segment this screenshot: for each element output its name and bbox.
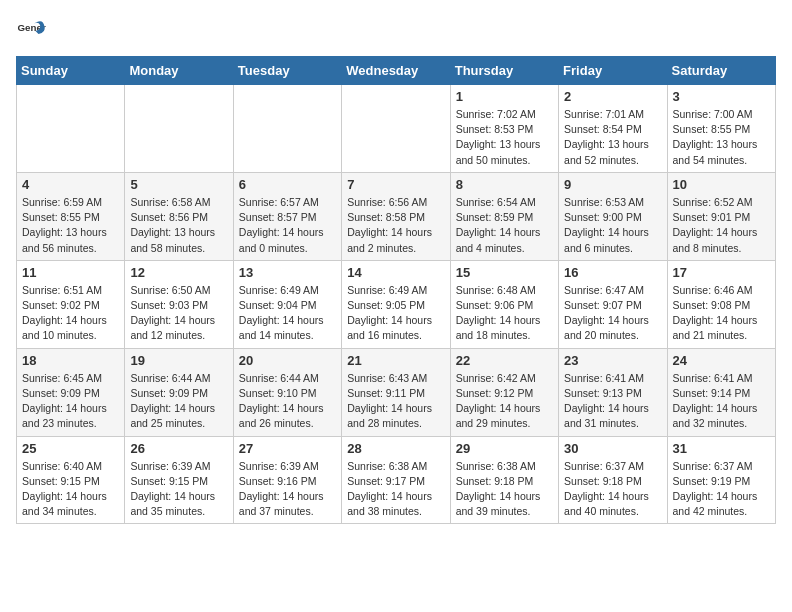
logo: General	[16, 16, 50, 46]
day-number: 25	[22, 441, 119, 456]
day-info: Sunrise: 6:44 AMSunset: 9:09 PMDaylight:…	[130, 371, 227, 432]
day-info: Sunrise: 6:49 AMSunset: 9:05 PMDaylight:…	[347, 283, 444, 344]
calendar-cell: 31Sunrise: 6:37 AMSunset: 9:19 PMDayligh…	[667, 436, 775, 524]
calendar-cell: 27Sunrise: 6:39 AMSunset: 9:16 PMDayligh…	[233, 436, 341, 524]
week-row-4: 18Sunrise: 6:45 AMSunset: 9:09 PMDayligh…	[17, 348, 776, 436]
day-number: 7	[347, 177, 444, 192]
day-of-week-tuesday: Tuesday	[233, 57, 341, 85]
day-info: Sunrise: 6:38 AMSunset: 9:17 PMDaylight:…	[347, 459, 444, 520]
day-info: Sunrise: 6:48 AMSunset: 9:06 PMDaylight:…	[456, 283, 553, 344]
day-info: Sunrise: 6:43 AMSunset: 9:11 PMDaylight:…	[347, 371, 444, 432]
day-number: 28	[347, 441, 444, 456]
day-info: Sunrise: 7:00 AMSunset: 8:55 PMDaylight:…	[673, 107, 770, 168]
calendar-cell: 14Sunrise: 6:49 AMSunset: 9:05 PMDayligh…	[342, 260, 450, 348]
day-of-week-wednesday: Wednesday	[342, 57, 450, 85]
day-number: 30	[564, 441, 661, 456]
day-number: 16	[564, 265, 661, 280]
day-info: Sunrise: 6:37 AMSunset: 9:19 PMDaylight:…	[673, 459, 770, 520]
calendar-cell	[342, 85, 450, 173]
calendar-cell: 23Sunrise: 6:41 AMSunset: 9:13 PMDayligh…	[559, 348, 667, 436]
day-info: Sunrise: 6:51 AMSunset: 9:02 PMDaylight:…	[22, 283, 119, 344]
calendar-cell	[17, 85, 125, 173]
calendar-cell: 12Sunrise: 6:50 AMSunset: 9:03 PMDayligh…	[125, 260, 233, 348]
day-number: 29	[456, 441, 553, 456]
calendar-cell	[233, 85, 341, 173]
calendar-cell	[125, 85, 233, 173]
day-info: Sunrise: 6:45 AMSunset: 9:09 PMDaylight:…	[22, 371, 119, 432]
calendar-cell: 18Sunrise: 6:45 AMSunset: 9:09 PMDayligh…	[17, 348, 125, 436]
day-of-week-thursday: Thursday	[450, 57, 558, 85]
calendar-cell: 22Sunrise: 6:42 AMSunset: 9:12 PMDayligh…	[450, 348, 558, 436]
day-info: Sunrise: 6:47 AMSunset: 9:07 PMDaylight:…	[564, 283, 661, 344]
calendar-cell: 29Sunrise: 6:38 AMSunset: 9:18 PMDayligh…	[450, 436, 558, 524]
calendar-cell: 10Sunrise: 6:52 AMSunset: 9:01 PMDayligh…	[667, 172, 775, 260]
day-info: Sunrise: 6:46 AMSunset: 9:08 PMDaylight:…	[673, 283, 770, 344]
calendar-cell: 21Sunrise: 6:43 AMSunset: 9:11 PMDayligh…	[342, 348, 450, 436]
day-info: Sunrise: 6:39 AMSunset: 9:16 PMDaylight:…	[239, 459, 336, 520]
day-number: 26	[130, 441, 227, 456]
day-number: 23	[564, 353, 661, 368]
day-info: Sunrise: 6:59 AMSunset: 8:55 PMDaylight:…	[22, 195, 119, 256]
calendar-cell: 17Sunrise: 6:46 AMSunset: 9:08 PMDayligh…	[667, 260, 775, 348]
day-info: Sunrise: 7:01 AMSunset: 8:54 PMDaylight:…	[564, 107, 661, 168]
day-number: 8	[456, 177, 553, 192]
day-number: 3	[673, 89, 770, 104]
calendar-cell: 20Sunrise: 6:44 AMSunset: 9:10 PMDayligh…	[233, 348, 341, 436]
calendar-cell: 8Sunrise: 6:54 AMSunset: 8:59 PMDaylight…	[450, 172, 558, 260]
calendar-cell: 4Sunrise: 6:59 AMSunset: 8:55 PMDaylight…	[17, 172, 125, 260]
day-number: 12	[130, 265, 227, 280]
day-number: 22	[456, 353, 553, 368]
day-info: Sunrise: 6:41 AMSunset: 9:13 PMDaylight:…	[564, 371, 661, 432]
day-info: Sunrise: 6:49 AMSunset: 9:04 PMDaylight:…	[239, 283, 336, 344]
day-info: Sunrise: 6:58 AMSunset: 8:56 PMDaylight:…	[130, 195, 227, 256]
day-of-week-friday: Friday	[559, 57, 667, 85]
day-info: Sunrise: 6:54 AMSunset: 8:59 PMDaylight:…	[456, 195, 553, 256]
day-number: 31	[673, 441, 770, 456]
calendar-table: SundayMondayTuesdayWednesdayThursdayFrid…	[16, 56, 776, 524]
calendar-cell: 16Sunrise: 6:47 AMSunset: 9:07 PMDayligh…	[559, 260, 667, 348]
logo-icon: General	[16, 16, 46, 46]
day-number: 14	[347, 265, 444, 280]
day-info: Sunrise: 6:37 AMSunset: 9:18 PMDaylight:…	[564, 459, 661, 520]
day-number: 17	[673, 265, 770, 280]
day-of-week-saturday: Saturday	[667, 57, 775, 85]
calendar-cell: 30Sunrise: 6:37 AMSunset: 9:18 PMDayligh…	[559, 436, 667, 524]
calendar-cell: 19Sunrise: 6:44 AMSunset: 9:09 PMDayligh…	[125, 348, 233, 436]
day-number: 15	[456, 265, 553, 280]
day-number: 21	[347, 353, 444, 368]
day-info: Sunrise: 7:02 AMSunset: 8:53 PMDaylight:…	[456, 107, 553, 168]
calendar-cell: 28Sunrise: 6:38 AMSunset: 9:17 PMDayligh…	[342, 436, 450, 524]
day-number: 27	[239, 441, 336, 456]
calendar-cell: 13Sunrise: 6:49 AMSunset: 9:04 PMDayligh…	[233, 260, 341, 348]
calendar-cell: 7Sunrise: 6:56 AMSunset: 8:58 PMDaylight…	[342, 172, 450, 260]
calendar-cell: 1Sunrise: 7:02 AMSunset: 8:53 PMDaylight…	[450, 85, 558, 173]
calendar-cell: 24Sunrise: 6:41 AMSunset: 9:14 PMDayligh…	[667, 348, 775, 436]
day-info: Sunrise: 6:38 AMSunset: 9:18 PMDaylight:…	[456, 459, 553, 520]
calendar-cell: 9Sunrise: 6:53 AMSunset: 9:00 PMDaylight…	[559, 172, 667, 260]
day-number: 4	[22, 177, 119, 192]
day-info: Sunrise: 6:42 AMSunset: 9:12 PMDaylight:…	[456, 371, 553, 432]
calendar-cell: 15Sunrise: 6:48 AMSunset: 9:06 PMDayligh…	[450, 260, 558, 348]
week-row-2: 4Sunrise: 6:59 AMSunset: 8:55 PMDaylight…	[17, 172, 776, 260]
day-info: Sunrise: 6:53 AMSunset: 9:00 PMDaylight:…	[564, 195, 661, 256]
day-number: 18	[22, 353, 119, 368]
day-number: 24	[673, 353, 770, 368]
day-number: 19	[130, 353, 227, 368]
calendar-cell: 25Sunrise: 6:40 AMSunset: 9:15 PMDayligh…	[17, 436, 125, 524]
day-number: 13	[239, 265, 336, 280]
calendar-cell: 3Sunrise: 7:00 AMSunset: 8:55 PMDaylight…	[667, 85, 775, 173]
week-row-1: 1Sunrise: 7:02 AMSunset: 8:53 PMDaylight…	[17, 85, 776, 173]
day-number: 10	[673, 177, 770, 192]
calendar-cell: 26Sunrise: 6:39 AMSunset: 9:15 PMDayligh…	[125, 436, 233, 524]
day-number: 11	[22, 265, 119, 280]
week-row-3: 11Sunrise: 6:51 AMSunset: 9:02 PMDayligh…	[17, 260, 776, 348]
day-number: 5	[130, 177, 227, 192]
day-info: Sunrise: 6:40 AMSunset: 9:15 PMDaylight:…	[22, 459, 119, 520]
day-info: Sunrise: 6:39 AMSunset: 9:15 PMDaylight:…	[130, 459, 227, 520]
day-number: 20	[239, 353, 336, 368]
calendar-cell: 11Sunrise: 6:51 AMSunset: 9:02 PMDayligh…	[17, 260, 125, 348]
calendar-cell: 5Sunrise: 6:58 AMSunset: 8:56 PMDaylight…	[125, 172, 233, 260]
day-info: Sunrise: 6:56 AMSunset: 8:58 PMDaylight:…	[347, 195, 444, 256]
day-number: 1	[456, 89, 553, 104]
day-info: Sunrise: 6:44 AMSunset: 9:10 PMDaylight:…	[239, 371, 336, 432]
